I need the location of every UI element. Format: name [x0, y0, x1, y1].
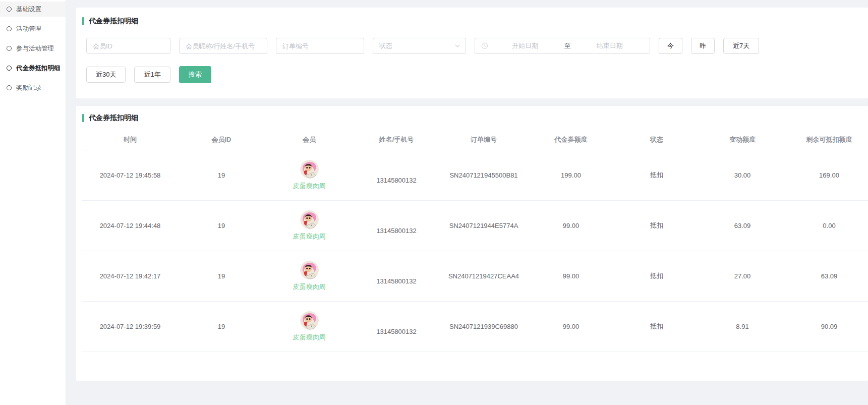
cell-order-no: SN2407121944E5774A — [439, 200, 528, 251]
cell-coupon-amount: 99.00 — [528, 251, 614, 301]
cell-time: 2024-07-12 19:45:58 — [82, 150, 178, 200]
yesterday-button[interactable]: 昨 — [691, 38, 715, 54]
last-year-button[interactable]: 近1年 — [134, 67, 170, 83]
cell-time: 2024-07-12 19:44:48 — [82, 200, 178, 251]
table-header-row: 时间 会员ID 会员 姓名/手机号 订单编号 代金券额度 状态 变动额度 剩余可… — [82, 130, 868, 150]
member-avatar[interactable] — [300, 311, 319, 330]
sidebar-item-reward-records[interactable]: 奖励记录 — [0, 80, 66, 95]
circle-icon — [7, 7, 12, 12]
member-name-link[interactable]: 皮蛋瘦肉周 — [293, 182, 326, 191]
col-time: 时间 — [82, 130, 178, 150]
cell-remaining: 169.00 — [785, 150, 868, 200]
table-row: 2024-07-12 19:42:17 19 — [82, 251, 868, 301]
accent-bar — [82, 17, 84, 25]
cell-coupon-amount: 199.00 — [528, 150, 614, 200]
cell-status: 抵扣 — [614, 301, 700, 352]
status-select[interactable]: 状态 — [373, 38, 466, 54]
clock-icon — [481, 42, 488, 49]
table-panel: 代金券抵扣明细 时间 会员ID 会员 姓名/手机号 订单编号 代金券额度 状态 … — [76, 106, 868, 381]
cell-member-id: 19 — [178, 251, 265, 301]
sidebar: 基础设置 活动管理 参与活动管理 代金券抵扣明细 奖励记录 — [0, 0, 66, 405]
cell-phone: 13145800132 — [354, 301, 439, 352]
cartoon-avatar-image — [300, 160, 319, 179]
today-button[interactable]: 今 — [659, 38, 682, 54]
sidebar-item-voucher-deduction-detail[interactable]: 代金券抵扣明细 — [0, 61, 66, 76]
last-7-days-button[interactable]: 近7天 — [723, 38, 759, 54]
start-date-placeholder: 开始日期 — [491, 41, 559, 50]
member-name-link[interactable]: 皮蛋瘦肉周 — [293, 282, 326, 292]
col-order-no: 订单编号 — [439, 130, 528, 150]
cell-member-id: 19 — [178, 150, 265, 200]
table-row: 2024-07-12 19:39:59 19 — [82, 301, 868, 352]
cell-change-amount: 63.09 — [700, 200, 785, 251]
col-member-id: 会员ID — [178, 130, 265, 150]
cell-change-amount: 30.00 — [700, 150, 785, 200]
cell-time: 2024-07-12 19:39:59 — [82, 301, 178, 352]
sidebar-item-activity-management[interactable]: 活动管理 — [0, 21, 66, 36]
cell-coupon-amount: 99.00 — [528, 301, 614, 352]
cell-status: 抵扣 — [614, 150, 700, 200]
cell-member: 皮蛋瘦肉周 — [265, 150, 354, 200]
sidebar-item-label: 参与活动管理 — [16, 44, 54, 53]
cell-coupon-amount: 99.00 — [528, 200, 614, 251]
member-name-link[interactable]: 皮蛋瘦肉周 — [293, 333, 326, 342]
filter-row-1: 状态 开始日期 至 结束日期 今 昨 近7天 — [86, 38, 858, 54]
col-change-amount: 变动额度 — [700, 130, 785, 150]
member-avatar[interactable] — [300, 160, 319, 179]
member-avatar[interactable] — [300, 210, 319, 229]
cell-member: 皮蛋瘦肉周 — [265, 200, 354, 251]
circle-icon — [7, 26, 12, 31]
status-select-placeholder: 状态 — [379, 41, 392, 50]
sidebar-item-label: 基础设置 — [16, 5, 41, 14]
member-name-link[interactable]: 皮蛋瘦肉周 — [293, 232, 326, 241]
col-coupon-amount: 代金券额度 — [528, 130, 614, 150]
member-id-input[interactable] — [86, 38, 170, 54]
cartoon-avatar-image — [300, 311, 319, 330]
last-30-days-button[interactable]: 近30天 — [86, 67, 126, 83]
sidebar-item-label: 活动管理 — [16, 25, 41, 33]
filter-row-2: 近30天 近1年 搜索 — [86, 66, 858, 83]
search-button[interactable]: 搜索 — [179, 66, 211, 83]
member-avatar[interactable] — [300, 261, 319, 279]
col-remaining: 剩余可抵扣额度 — [785, 130, 868, 150]
circle-icon — [7, 66, 12, 71]
cell-status: 抵扣 — [614, 200, 700, 251]
section-title-text: 代金券抵扣明细 — [89, 17, 138, 26]
cell-phone: 13145800132 — [354, 251, 439, 301]
sidebar-item-label: 奖励记录 — [16, 84, 41, 92]
cell-remaining: 0.00 — [785, 200, 868, 251]
cell-order-no: SN2407121945500B81 — [439, 150, 528, 200]
sidebar-item-label: 代金券抵扣明细 — [16, 64, 61, 73]
nickname-input[interactable] — [179, 38, 267, 54]
col-name-phone: 姓名/手机号 — [354, 130, 439, 150]
order-no-input[interactable] — [276, 38, 364, 54]
cell-phone: 13145800132 — [354, 200, 439, 251]
table-row: 2024-07-12 19:44:48 19 — [82, 200, 868, 251]
cell-time: 2024-07-12 19:42:17 — [82, 251, 178, 301]
date-range-picker[interactable]: 开始日期 至 结束日期 — [475, 38, 650, 54]
cell-remaining: 90.09 — [785, 301, 868, 352]
table-section-title: 代金券抵扣明细 — [82, 113, 863, 123]
cartoon-avatar-image — [300, 210, 319, 229]
sidebar-item-basic-settings[interactable]: 基础设置 — [0, 2, 66, 17]
col-status: 状态 — [614, 130, 700, 150]
cell-phone: 13145800132 — [354, 150, 439, 200]
date-separator: 至 — [562, 41, 573, 50]
cell-member-id: 19 — [178, 301, 265, 352]
cartoon-avatar-image — [300, 261, 319, 279]
cell-order-no: SN2407121939C69880 — [439, 301, 528, 352]
filter-panel: 代金券抵扣明细 状态 开始日期 至 结束日期 今 昨 — [76, 8, 868, 98]
cell-order-no: SN24071219427CEAA4 — [439, 251, 528, 301]
cell-member: 皮蛋瘦肉周 — [265, 251, 354, 301]
sidebar-item-participation-management[interactable]: 参与活动管理 — [0, 41, 66, 56]
cell-remaining: 63.09 — [785, 251, 868, 301]
table-row: 2024-07-12 19:45:58 19 — [82, 150, 868, 200]
col-member: 会员 — [265, 130, 354, 150]
accent-bar — [82, 114, 84, 122]
end-date-placeholder: 结束日期 — [576, 41, 644, 50]
cell-member: 皮蛋瘦肉周 — [265, 301, 354, 352]
cell-change-amount: 27.00 — [700, 251, 785, 301]
circle-icon — [7, 85, 12, 90]
filter-section-title: 代金券抵扣明细 — [82, 17, 858, 26]
cell-status: 抵扣 — [614, 251, 700, 301]
